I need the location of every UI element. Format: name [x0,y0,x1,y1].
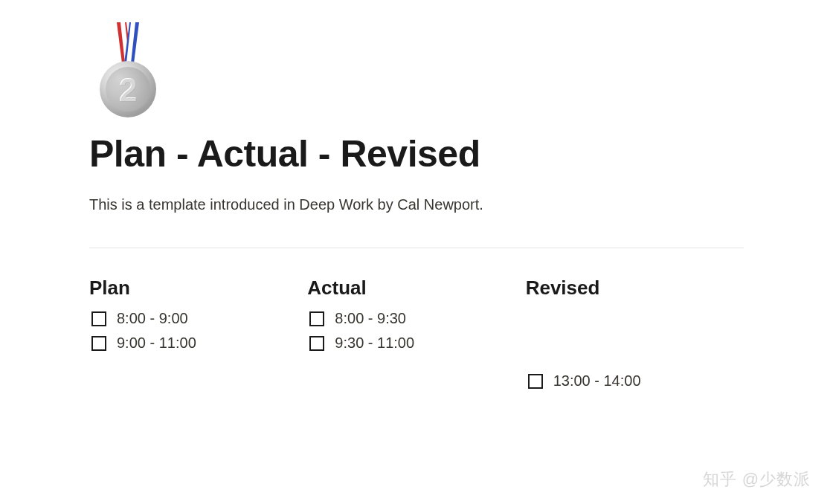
page-title[interactable]: Plan - Actual - Revised [89,132,744,175]
page-icon[interactable]: 2 2 [98,22,158,119]
todo-label[interactable]: 9:30 - 11:00 [335,335,414,352]
todo-item[interactable]: 8:00 - 9:30 [307,310,525,327]
column-heading-plan[interactable]: Plan [89,277,307,300]
todo-item[interactable]: 9:30 - 11:00 [307,335,525,352]
watermark: 知乎 @少数派 [703,468,811,491]
checkbox[interactable] [528,374,543,389]
divider [89,248,744,248]
page-description[interactable]: This is a template introduced in Deep Wo… [89,196,744,213]
column-plan: Plan 8:00 - 9:00 9:00 - 11:00 [89,277,307,397]
column-heading-revised[interactable]: Revised [526,277,744,300]
columns-container: Plan 8:00 - 9:00 9:00 - 11:00 Actual 8:0… [89,277,744,397]
column-heading-actual[interactable]: Actual [307,277,525,300]
spacer [526,341,744,372]
todo-label[interactable]: 8:00 - 9:30 [335,310,406,327]
todo-label[interactable]: 8:00 - 9:00 [117,310,188,327]
checkbox[interactable] [309,336,324,351]
todo-item[interactable]: 9:00 - 11:00 [89,335,307,352]
svg-text:2: 2 [120,72,138,109]
column-actual: Actual 8:00 - 9:30 9:30 - 11:00 [307,277,525,397]
todo-item[interactable]: 13:00 - 14:00 [526,372,744,390]
checkbox[interactable] [91,311,106,326]
todo-label[interactable]: 9:00 - 11:00 [117,335,196,352]
spacer [526,310,744,341]
checkbox[interactable] [309,311,324,326]
todo-item[interactable]: 8:00 - 9:00 [89,310,307,327]
column-revised: Revised 13:00 - 14:00 [526,277,744,397]
checkbox[interactable] [91,336,106,351]
todo-label[interactable]: 13:00 - 14:00 [553,372,641,390]
